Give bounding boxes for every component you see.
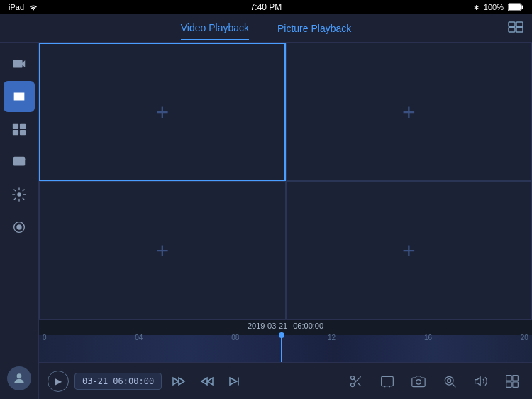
control-left: ▶ 03-21 06:00:00 xyxy=(48,370,247,393)
time-display: 03-21 06:00:00 xyxy=(74,373,162,390)
svg-rect-11 xyxy=(13,157,26,166)
tab-bar-right-icon[interactable] xyxy=(508,21,523,35)
svg-rect-5 xyxy=(509,27,515,32)
bluetooth-icon: ∗ xyxy=(473,3,480,12)
svg-rect-28 xyxy=(513,375,519,381)
sidebar-item-message[interactable] xyxy=(4,146,35,177)
svg-point-23 xyxy=(445,376,453,385)
add-channel-icon-3: + xyxy=(155,239,169,262)
status-time: 7:40 PM xyxy=(250,2,282,12)
play-icon: ▶ xyxy=(55,376,62,386)
svg-rect-8 xyxy=(20,124,26,129)
add-channel-icon-1: + xyxy=(155,101,169,124)
svg-rect-27 xyxy=(506,375,512,381)
timeline-needle xyxy=(281,332,282,362)
tick-5: 20 xyxy=(521,332,528,341)
svg-rect-9 xyxy=(13,130,18,135)
video-grid: + + + + xyxy=(39,43,532,319)
tab-video-playback[interactable]: Video Playback xyxy=(181,16,249,40)
grid-layout-button[interactable] xyxy=(501,370,523,393)
tick-0: 0 xyxy=(43,332,47,341)
svg-point-17 xyxy=(351,383,355,386)
svg-rect-21 xyxy=(382,376,394,386)
screenshot-button[interactable] xyxy=(407,370,430,393)
sidebar-item-settings[interactable] xyxy=(4,179,35,210)
tick-1: 04 xyxy=(135,332,143,341)
sidebar-avatar[interactable] xyxy=(7,366,31,390)
video-cell-1[interactable]: + xyxy=(39,43,286,181)
control-bar: ▶ 03-21 06:00:00 xyxy=(39,362,532,399)
battery-percent: 100% xyxy=(484,3,504,11)
svg-rect-10 xyxy=(20,130,26,135)
svg-rect-29 xyxy=(506,381,512,387)
status-left: iPad xyxy=(9,3,38,11)
svg-rect-3 xyxy=(509,22,515,27)
video-cell-4[interactable]: + xyxy=(286,181,533,319)
timeline-ticks: 0 04 08 12 16 20 xyxy=(39,332,532,341)
svg-point-12 xyxy=(17,192,21,197)
tab-picture-playback[interactable]: Picture Playback xyxy=(277,17,351,40)
sidebar-item-camera[interactable] xyxy=(4,48,35,80)
timeline-time: 06:00:00 xyxy=(293,322,323,330)
timeline-date-overlay: 2019-03-21 06:00:00 xyxy=(39,322,532,330)
timeline-date: 2019-03-21 xyxy=(248,322,287,330)
svg-line-20 xyxy=(353,378,356,381)
svg-rect-30 xyxy=(513,381,519,387)
fast-forward-button[interactable] xyxy=(196,370,218,393)
tab-bar: Video Playback Picture Playback xyxy=(0,14,532,43)
rewind-button[interactable] xyxy=(167,370,190,393)
svg-rect-2 xyxy=(509,4,521,10)
timeline-needle-head xyxy=(279,332,284,338)
svg-line-25 xyxy=(453,383,456,387)
video-cell-2[interactable]: + xyxy=(286,43,533,181)
timeline-area[interactable]: 2019-03-21 06:00:00 0 04 08 12 16 20 xyxy=(39,319,532,362)
svg-point-15 xyxy=(17,373,22,378)
sidebar-item-dvr[interactable] xyxy=(4,114,35,145)
zoom-button[interactable] xyxy=(438,370,461,393)
cut-button[interactable] xyxy=(345,370,367,393)
main-content: + + + + 2019-03-21 06:00:00 xyxy=(39,43,532,399)
wifi-icon xyxy=(28,4,38,11)
body-row: + + + + 2019-03-21 06:00:00 xyxy=(0,43,532,399)
svg-line-19 xyxy=(358,383,361,386)
sidebar-item-video[interactable] xyxy=(4,81,35,112)
svg-marker-26 xyxy=(475,377,481,386)
sidebar xyxy=(0,43,39,399)
video-cell-3[interactable]: + xyxy=(39,181,286,319)
svg-rect-6 xyxy=(516,27,523,32)
play-button[interactable]: ▶ xyxy=(48,371,69,392)
tick-2: 08 xyxy=(231,332,239,341)
svg-point-22 xyxy=(416,379,421,384)
add-channel-icon-4: + xyxy=(402,239,416,262)
status-bar: iPad 7:40 PM ∗ 100% xyxy=(0,0,532,14)
ipad-label: iPad xyxy=(9,3,24,11)
svg-rect-1 xyxy=(522,6,523,9)
svg-rect-7 xyxy=(13,124,18,129)
control-right xyxy=(345,370,523,393)
tick-3: 12 xyxy=(328,332,336,341)
battery-icon xyxy=(508,3,523,11)
skip-forward-button[interactable] xyxy=(224,370,247,393)
sidebar-item-record[interactable] xyxy=(4,212,35,243)
app-container: Video Playback Picture Playback xyxy=(0,14,532,399)
tick-4: 16 xyxy=(424,332,432,341)
sidebar-bottom xyxy=(7,366,31,399)
status-right: ∗ 100% xyxy=(473,3,523,12)
aspect-ratio-button[interactable] xyxy=(376,370,399,393)
volume-button[interactable] xyxy=(470,370,492,393)
svg-point-24 xyxy=(448,378,451,382)
timeline-track-bg: 0 04 08 12 16 20 xyxy=(39,332,532,362)
add-channel-icon-2: + xyxy=(402,101,416,124)
svg-point-14 xyxy=(16,224,21,229)
svg-rect-4 xyxy=(516,22,523,27)
